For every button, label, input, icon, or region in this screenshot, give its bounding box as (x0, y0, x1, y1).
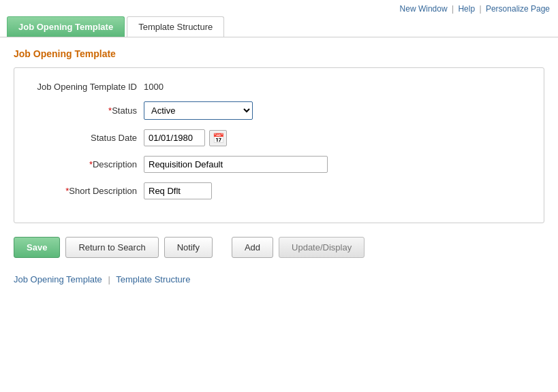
status-select[interactable]: Active Inactive (144, 101, 253, 120)
form-container: Job Opening Template ID 1000 *Status Act… (14, 67, 544, 223)
new-window-link[interactable]: New Window (400, 4, 448, 14)
page-content: Job Opening Template Job Opening Templat… (0, 37, 558, 295)
save-button[interactable]: Save (14, 237, 60, 258)
short-description-row: *Short Description (28, 182, 523, 199)
add-button[interactable]: Add (232, 237, 273, 258)
status-label: *Status (28, 105, 144, 116)
short-description-input[interactable] (144, 182, 212, 199)
short-description-label: *Short Description (28, 186, 144, 196)
status-date-row: Status Date 📅 (28, 129, 523, 146)
bottom-job-opening-template-link[interactable]: Job Opening Template (14, 274, 102, 284)
button-row: Save Return to Search Notify Add Update/… (14, 237, 544, 258)
tab-bar: Job Opening Template Template Structure (0, 16, 558, 37)
separator-2: | (479, 4, 481, 14)
date-container: 📅 (144, 129, 227, 146)
bottom-separator: | (108, 274, 110, 284)
calendar-icon[interactable]: 📅 (209, 130, 227, 146)
tab-job-opening-template[interactable]: Job Opening Template (7, 16, 125, 37)
separator-1: | (452, 4, 454, 14)
help-link[interactable]: Help (458, 4, 475, 14)
tab-template-structure[interactable]: Template Structure (127, 16, 224, 37)
template-id-row: Job Opening Template ID 1000 (28, 82, 523, 92)
status-row: *Status Active Inactive (28, 101, 523, 120)
template-id-value: 1000 (144, 82, 164, 92)
update-display-button[interactable]: Update/Display (279, 237, 365, 258)
status-date-label: Status Date (28, 133, 144, 143)
template-id-label: Job Opening Template ID (28, 82, 144, 92)
top-navigation: New Window | Help | Personalize Page (0, 0, 558, 16)
bottom-links: Job Opening Template | Template Structur… (14, 270, 544, 284)
description-row: *Description (28, 156, 523, 173)
notify-button[interactable]: Notify (164, 237, 213, 258)
status-date-input[interactable] (144, 129, 205, 146)
bottom-template-structure-link[interactable]: Template Structure (116, 274, 190, 284)
description-label: *Description (28, 159, 144, 169)
personalize-link[interactable]: Personalize Page (486, 4, 550, 14)
return-to-search-button[interactable]: Return to Search (65, 237, 158, 258)
description-input[interactable] (144, 156, 328, 173)
section-title: Job Opening Template (14, 48, 544, 59)
